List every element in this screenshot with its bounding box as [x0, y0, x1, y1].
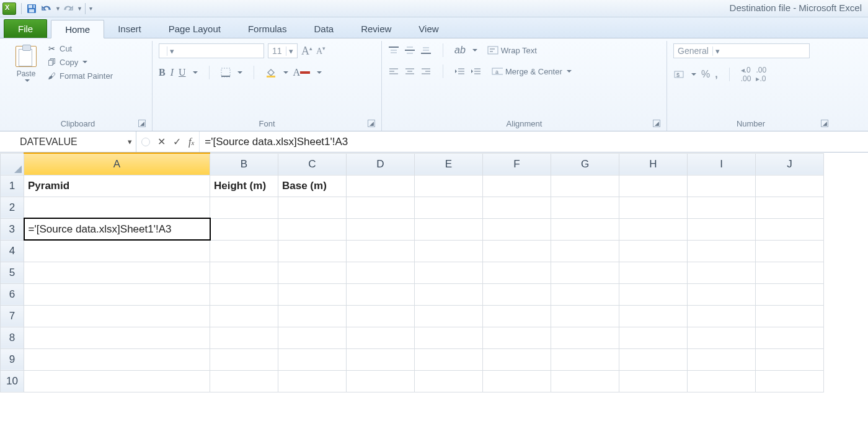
paste-dropdown-icon[interactable] — [25, 79, 30, 84]
cell[interactable] — [551, 283, 619, 305]
fill-color-button[interactable] — [265, 68, 277, 78]
row-header[interactable]: 5 — [1, 262, 24, 283]
paste-button[interactable]: Paste — [10, 43, 42, 86]
cell[interactable] — [347, 305, 415, 327]
tab-review[interactable]: Review — [347, 19, 405, 38]
cell[interactable] — [278, 370, 347, 392]
cell[interactable] — [483, 283, 551, 305]
cell[interactable] — [24, 197, 210, 218]
cell[interactable] — [483, 327, 551, 348]
cell[interactable] — [756, 370, 824, 392]
cell[interactable] — [415, 197, 483, 218]
cell[interactable] — [210, 370, 278, 392]
row-header[interactable]: 8 — [1, 327, 24, 348]
cell[interactable] — [347, 262, 415, 283]
row-header[interactable]: 1 — [1, 175, 24, 197]
number-launcher-icon[interactable]: ◢ — [821, 120, 828, 127]
wrap-text-button[interactable]: Wrap Text — [487, 45, 537, 55]
cell[interactable] — [551, 327, 619, 348]
cell[interactable] — [688, 370, 756, 392]
row-header[interactable]: 6 — [1, 283, 24, 305]
cell[interactable] — [483, 370, 551, 392]
cell[interactable] — [756, 283, 824, 305]
cell[interactable] — [210, 348, 278, 370]
cell[interactable] — [619, 240, 688, 262]
cell[interactable] — [619, 370, 688, 392]
col-header-C[interactable]: C — [278, 153, 347, 175]
cell[interactable] — [688, 218, 756, 240]
cell[interactable] — [756, 197, 824, 218]
col-header-H[interactable]: H — [619, 153, 688, 175]
cell[interactable] — [688, 240, 756, 262]
cell[interactable] — [24, 240, 210, 262]
cell[interactable] — [551, 240, 619, 262]
cell[interactable] — [551, 218, 619, 240]
row-header[interactable]: 3 — [1, 218, 24, 240]
copy-dropdown-icon[interactable] — [82, 61, 87, 66]
cell[interactable] — [483, 262, 551, 283]
cell[interactable] — [619, 197, 688, 218]
col-header-D[interactable]: D — [347, 153, 415, 175]
borders-dropdown-icon[interactable] — [237, 71, 242, 76]
font-color-dropdown-icon[interactable] — [317, 71, 322, 76]
row-header[interactable]: 4 — [1, 240, 24, 262]
cell[interactable] — [24, 262, 210, 283]
underline-dropdown-icon[interactable] — [193, 71, 198, 76]
cell[interactable] — [415, 327, 483, 348]
row-header[interactable]: 2 — [1, 197, 24, 218]
col-header-J[interactable]: J — [756, 153, 824, 175]
cell[interactable] — [347, 370, 415, 392]
shrink-font-icon[interactable]: A▾ — [316, 45, 326, 56]
cell[interactable] — [415, 240, 483, 262]
align-bottom-icon[interactable] — [420, 46, 432, 55]
format-painter-button[interactable]: Format Painter — [46, 71, 113, 81]
cell[interactable] — [278, 327, 347, 348]
cell[interactable] — [415, 348, 483, 370]
tab-formulas[interactable]: Formulas — [234, 19, 301, 38]
cell[interactable] — [688, 327, 756, 348]
cell[interactable] — [347, 175, 415, 197]
cell[interactable] — [483, 348, 551, 370]
fill-dropdown-icon[interactable] — [283, 71, 288, 76]
col-header-I[interactable]: I — [688, 153, 756, 175]
align-middle-icon[interactable] — [404, 46, 415, 55]
cell[interactable] — [688, 175, 756, 197]
cell[interactable] — [278, 283, 347, 305]
cell[interactable] — [483, 218, 551, 240]
row-header[interactable]: 7 — [1, 305, 24, 327]
cell-A3-editing[interactable]: ='[Source data.xlsx]Sheet1'!A3 — [24, 218, 210, 240]
clipboard-launcher-icon[interactable]: ◢ — [138, 120, 146, 127]
align-top-icon[interactable] — [388, 46, 399, 55]
undo-icon[interactable] — [40, 2, 53, 15]
cell[interactable] — [210, 218, 278, 240]
cell[interactable] — [756, 262, 824, 283]
increase-decimal-icon[interactable]: ◂.0.00 — [741, 66, 751, 83]
cell[interactable] — [551, 370, 619, 392]
increase-indent-icon[interactable] — [471, 67, 482, 76]
cell[interactable] — [756, 240, 824, 262]
cell[interactable] — [278, 262, 347, 283]
percent-icon[interactable]: % — [701, 69, 710, 80]
borders-button[interactable] — [221, 68, 231, 78]
cell[interactable] — [210, 197, 278, 218]
name-box-dropdown-icon[interactable]: ▾ — [128, 137, 132, 146]
cell[interactable] — [551, 305, 619, 327]
undo-dropdown-icon[interactable]: ▼ — [55, 6, 61, 12]
tab-home[interactable]: Home — [51, 20, 104, 38]
cell[interactable] — [415, 175, 483, 197]
cell[interactable] — [24, 283, 210, 305]
merge-center-button[interactable]: a Merge & Center — [492, 66, 572, 76]
decrease-decimal-icon[interactable]: .00▸.0 — [756, 66, 766, 83]
cell[interactable] — [551, 262, 619, 283]
cell[interactable] — [551, 348, 619, 370]
col-header-B[interactable]: B — [210, 153, 278, 175]
cell[interactable] — [278, 305, 347, 327]
number-format-dropdown[interactable]: General ▾ — [673, 43, 810, 58]
tab-page-layout[interactable]: Page Layout — [155, 19, 234, 38]
tab-data[interactable]: Data — [300, 19, 347, 38]
cell[interactable] — [688, 283, 756, 305]
cell[interactable] — [688, 197, 756, 218]
cell[interactable] — [347, 283, 415, 305]
name-box[interactable]: DATEVALUE ▾ — [0, 131, 136, 152]
cell-A1[interactable]: Pyramid — [24, 175, 210, 197]
